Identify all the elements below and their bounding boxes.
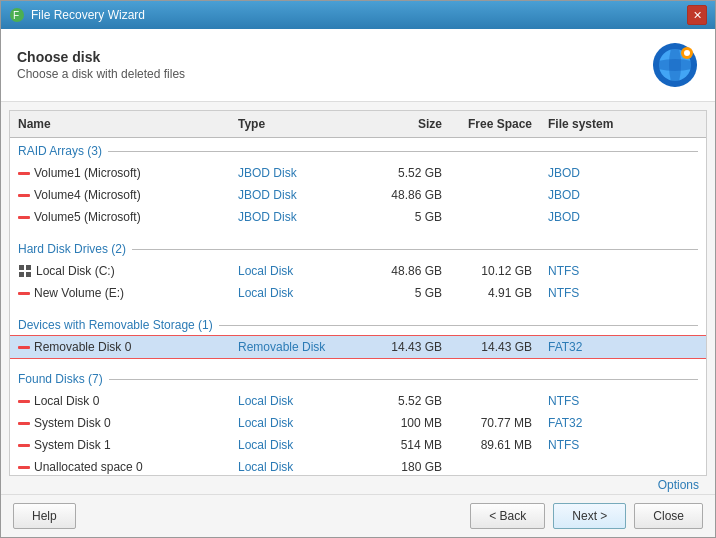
row-size: 5.52 GB (370, 164, 450, 182)
row-freespace (450, 171, 540, 175)
group-separator (10, 304, 706, 312)
table-row[interactable]: Local Disk (C:) Local Disk 48.86 GB 10.1… (10, 260, 706, 282)
row-type: Local Disk (230, 392, 370, 410)
disk-table: Name Type Size Free Space File system RA… (9, 110, 707, 476)
row-name: Volume1 (Microsoft) (10, 164, 230, 182)
minus-icon (18, 172, 30, 175)
row-size: 48.86 GB (370, 262, 450, 280)
row-type: Local Disk (230, 414, 370, 432)
grid-icon (18, 264, 32, 278)
row-freespace: 70.77 MB (450, 414, 540, 432)
main-window: F File Recovery Wizard ✕ Choose disk Cho… (0, 0, 716, 538)
table-row[interactable]: Unallocated space 0 Local Disk 180 GB (10, 456, 706, 475)
group-label: Hard Disk Drives (2) (18, 242, 126, 256)
minus-icon (18, 444, 30, 447)
row-fs: FAT32 (540, 414, 706, 432)
app-logo (651, 41, 699, 89)
svg-rect-10 (19, 272, 24, 277)
row-type: Local Disk (230, 262, 370, 280)
minus-icon (18, 400, 30, 403)
row-size: 180 GB (370, 458, 450, 475)
minus-icon (18, 216, 30, 219)
col-freespace: Free Space (450, 115, 540, 133)
app-icon: F (9, 7, 25, 23)
table-row[interactable]: System Disk 1 Local Disk 514 MB 89.61 MB… (10, 434, 706, 456)
group-header-0: RAID Arrays (3) (10, 138, 706, 162)
row-freespace: 89.61 MB (450, 436, 540, 454)
row-type: Removable Disk (230, 338, 370, 356)
table-row[interactable]: Removable Disk 0 Removable Disk 14.43 GB… (10, 336, 706, 358)
table-row[interactable]: Volume1 (Microsoft) JBOD Disk 5.52 GB JB… (10, 162, 706, 184)
svg-point-7 (684, 50, 690, 56)
row-size: 14.43 GB (370, 338, 450, 356)
row-type: Local Disk (230, 436, 370, 454)
row-fs: JBOD (540, 186, 706, 204)
button-bar: Help < Back Next > Close (1, 494, 715, 537)
close-button-bar[interactable]: Close (634, 503, 703, 529)
row-freespace (450, 465, 540, 469)
row-size: 100 MB (370, 414, 450, 432)
table-row[interactable]: Local Disk 0 Local Disk 5.52 GB NTFS (10, 390, 706, 412)
window-title: File Recovery Wizard (31, 8, 681, 22)
minus-icon (18, 194, 30, 197)
group-line (219, 325, 698, 326)
col-fs: File system (540, 115, 706, 133)
minus-icon (18, 292, 30, 295)
row-name: Volume5 (Microsoft) (10, 208, 230, 226)
row-freespace: 4.91 GB (450, 284, 540, 302)
row-name: New Volume (E:) (10, 284, 230, 302)
row-fs: NTFS (540, 392, 706, 410)
row-size: 5 GB (370, 208, 450, 226)
table-row[interactable]: Volume5 (Microsoft) JBOD Disk 5 GB JBOD (10, 206, 706, 228)
row-fs: JBOD (540, 164, 706, 182)
row-freespace (450, 193, 540, 197)
group-label: Found Disks (7) (18, 372, 103, 386)
group-line (108, 151, 698, 152)
group-line (132, 249, 698, 250)
row-size: 5.52 GB (370, 392, 450, 410)
back-button[interactable]: < Back (470, 503, 545, 529)
row-size: 48.86 GB (370, 186, 450, 204)
col-name: Name (10, 115, 230, 133)
svg-rect-8 (19, 265, 24, 270)
group-label: Devices with Removable Storage (1) (18, 318, 213, 332)
row-name: Removable Disk 0 (10, 338, 230, 356)
row-name: Local Disk 0 (10, 392, 230, 410)
table-body: RAID Arrays (3) Volume1 (Microsoft) JBOD… (10, 138, 706, 475)
row-type: JBOD Disk (230, 164, 370, 182)
options-link[interactable]: Options (658, 478, 699, 492)
page-subtitle: Choose a disk with deleted files (17, 67, 185, 81)
row-fs: JBOD (540, 208, 706, 226)
minus-icon (18, 422, 30, 425)
minus-icon (18, 346, 30, 349)
row-freespace (450, 215, 540, 219)
close-button[interactable]: ✕ (687, 5, 707, 25)
row-fs: NTFS (540, 436, 706, 454)
row-fs: NTFS (540, 284, 706, 302)
row-size: 5 GB (370, 284, 450, 302)
row-freespace: 10.12 GB (450, 262, 540, 280)
help-button[interactable]: Help (13, 503, 76, 529)
title-bar: F File Recovery Wizard ✕ (1, 1, 715, 29)
group-line (109, 379, 698, 380)
header-text: Choose disk Choose a disk with deleted f… (17, 49, 185, 81)
page-title: Choose disk (17, 49, 185, 65)
table-header: Name Type Size Free Space File system (10, 111, 706, 138)
row-type: JBOD Disk (230, 208, 370, 226)
svg-text:F: F (13, 10, 19, 21)
row-name: Unallocated space 0 (10, 458, 230, 475)
table-row[interactable]: New Volume (E:) Local Disk 5 GB 4.91 GB … (10, 282, 706, 304)
row-type: Local Disk (230, 458, 370, 475)
col-type: Type (230, 115, 370, 133)
row-freespace: 14.43 GB (450, 338, 540, 356)
group-header-3: Found Disks (7) (10, 366, 706, 390)
row-name: Volume4 (Microsoft) (10, 186, 230, 204)
header-area: Choose disk Choose a disk with deleted f… (1, 29, 715, 102)
row-fs: NTFS (540, 262, 706, 280)
row-fs (540, 465, 706, 469)
row-type: JBOD Disk (230, 186, 370, 204)
table-row[interactable]: Volume4 (Microsoft) JBOD Disk 48.86 GB J… (10, 184, 706, 206)
table-row[interactable]: System Disk 0 Local Disk 100 MB 70.77 MB… (10, 412, 706, 434)
next-button[interactable]: Next > (553, 503, 626, 529)
group-label: RAID Arrays (3) (18, 144, 102, 158)
